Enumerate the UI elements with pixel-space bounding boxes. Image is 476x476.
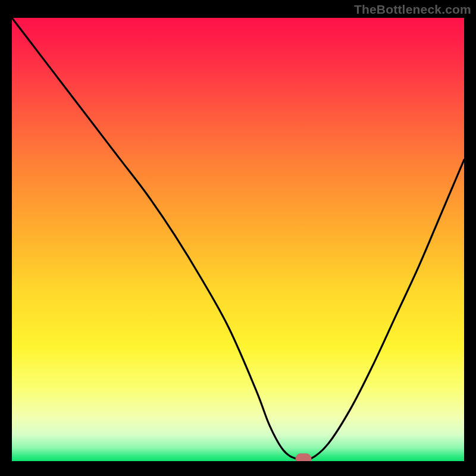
optimal-marker [296,453,312,461]
watermark-text: TheBottleneck.com [354,2,471,17]
chart-frame: TheBottleneck.com [0,0,476,476]
plot-area [12,18,464,461]
bottleneck-curve-path [12,18,464,461]
curve-svg [12,18,464,461]
